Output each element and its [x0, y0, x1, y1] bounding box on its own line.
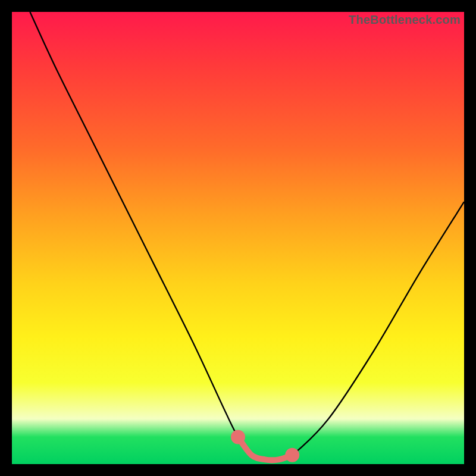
- bottleneck-curve-svg: [12, 12, 464, 464]
- optimal-band-marker: [234, 433, 296, 460]
- optimal-band-endpoint: [234, 433, 242, 441]
- optimal-band-endpoint: [288, 451, 296, 459]
- optimal-band-path: [238, 437, 292, 460]
- chart-plot-area: TheBottleneck.com: [12, 12, 464, 464]
- bottleneck-curve-path: [30, 12, 464, 460]
- chart-frame: TheBottleneck.com: [0, 0, 476, 476]
